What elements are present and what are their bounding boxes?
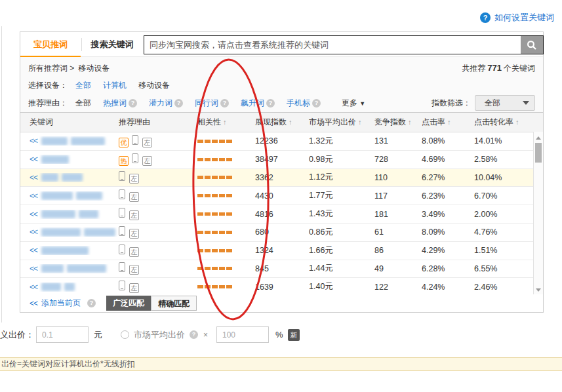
add-keyword-arrows[interactable]: << bbox=[30, 155, 37, 164]
scroll-down-icon[interactable] bbox=[536, 288, 541, 292]
metric-cell: 680 bbox=[255, 227, 309, 237]
metric-cell: 6.55% bbox=[474, 264, 531, 273]
scroll-up-icon[interactable] bbox=[536, 136, 541, 140]
relevance-bar-segment bbox=[219, 194, 225, 197]
metric-cell: 2.58% bbox=[474, 155, 531, 164]
metric-cell: 10.04% bbox=[474, 173, 531, 182]
table-row[interactable]: <<左48161.43元1813.49%2.00% bbox=[20, 205, 543, 224]
reason-option[interactable]: 飙升词? bbox=[241, 98, 275, 109]
breadcrumb-parent[interactable]: 所有推荐词 > bbox=[28, 63, 74, 74]
keyword-table: 关键词推荐理由相关性↑展现指数↑市场平均出价↑竞争指数↑点击率↑点击转化率↑ <… bbox=[20, 112, 543, 296]
reason-option[interactable]: 全部 bbox=[75, 98, 91, 109]
reason-badge: 优 bbox=[119, 138, 129, 147]
relevance-bar-segment bbox=[205, 285, 211, 288]
add-keyword-arrows[interactable]: << bbox=[30, 210, 37, 219]
add-current-page-link[interactable]: << 添加当前页 bbox=[30, 298, 81, 309]
help-circle-icon[interactable]: ? bbox=[174, 99, 183, 108]
bid-formula-notice: 出价=关键词对应计算机出价*无线折扣 bbox=[0, 357, 562, 371]
column-header[interactable]: 展现指数↑ bbox=[255, 117, 309, 128]
percent-sign: % bbox=[275, 326, 283, 343]
add-keyword-arrows[interactable]: << bbox=[30, 136, 37, 146]
market-avg-radio[interactable] bbox=[121, 330, 129, 339]
index-filter-dropdown[interactable]: 全部 bbox=[475, 95, 535, 111]
device-options: 全部计算机移动设备 bbox=[75, 80, 182, 91]
bid-amount-input[interactable] bbox=[36, 326, 89, 343]
reason-badges-cell: 左 bbox=[119, 171, 197, 184]
index-filter-label: 指数筛选： bbox=[432, 98, 471, 109]
device-option[interactable]: 移动设备 bbox=[138, 80, 170, 91]
relevance-bars bbox=[197, 194, 255, 197]
metric-cell: 845 bbox=[255, 264, 309, 273]
reason-badge: 左 bbox=[129, 247, 139, 257]
table-row[interactable]: <<左44301.77元1176.23%6.70% bbox=[20, 187, 543, 205]
relevance-bar-segment bbox=[197, 194, 203, 197]
keyword-tool-page: ? 如何设置关键词 宝贝推词 搜索关键词 所有推荐词 > 移动设备 共推荐771… bbox=[0, 0, 562, 392]
tab-item-recommend[interactable]: 宝贝推词 bbox=[20, 32, 81, 56]
metric-cell: 4.24% bbox=[422, 283, 474, 292]
percent-input[interactable] bbox=[216, 326, 269, 343]
reason-option[interactable]: 潜力词? bbox=[149, 98, 183, 109]
device-option[interactable]: 全部 bbox=[75, 80, 91, 91]
relevance-bar-segment bbox=[197, 267, 203, 270]
column-header[interactable]: 点击率↑ bbox=[422, 117, 474, 128]
new-badge: 新 bbox=[288, 329, 300, 341]
add-keyword-arrows[interactable]: << bbox=[30, 246, 37, 255]
help-circle-icon[interactable]: ? bbox=[190, 330, 198, 339]
column-header-label: 推荐理由 bbox=[119, 117, 150, 127]
scrollbar-thumb[interactable] bbox=[535, 143, 542, 163]
table-row[interactable]: <<热左384970.98元7284.69%2.58% bbox=[20, 151, 543, 169]
relevance-bar-segment bbox=[212, 158, 218, 161]
column-header[interactable]: 点击转化率↑ bbox=[474, 117, 531, 128]
table-scrollbar[interactable] bbox=[533, 132, 543, 296]
table-header-row: 关键词推荐理由相关性↑展现指数↑市场平均出价↑竞争指数↑点击率↑点击转化率↑ bbox=[20, 113, 543, 132]
table-footer: << 添加当前页 ? 广泛匹配 精确匹配 bbox=[20, 294, 543, 312]
blurred-keyword bbox=[79, 210, 98, 218]
table-row[interactable]: <<左6800.86元618.09%4.76% bbox=[20, 224, 543, 242]
column-header[interactable]: 竞争指数↑ bbox=[374, 117, 422, 128]
relevance-bar-segment bbox=[219, 140, 225, 143]
tab-search-keyword[interactable]: 搜索关键词 bbox=[82, 32, 142, 56]
reason-option[interactable]: 手机标? bbox=[287, 98, 321, 109]
table-row[interactable]: <<左13241.66元864.29%1.51% bbox=[20, 242, 543, 260]
help-circle-icon[interactable]: ? bbox=[129, 99, 137, 108]
add-keyword-arrows[interactable]: << bbox=[30, 173, 37, 182]
column-header[interactable]: 市场平均出价↑ bbox=[309, 117, 374, 128]
table-row[interactable]: <<左33621.12元1106.27%10.04% bbox=[20, 169, 543, 187]
device-option[interactable]: 计算机 bbox=[103, 80, 127, 91]
index-filter: 指数筛选： 全部 bbox=[432, 95, 535, 111]
table-row[interactable]: <<优左122361.32元1318.08%14.01% bbox=[20, 132, 543, 151]
search-button[interactable] bbox=[521, 36, 543, 54]
table-row[interactable]: <<左16391.40元1224.24%2.46% bbox=[20, 278, 543, 296]
help-circle-icon[interactable]: ? bbox=[266, 99, 275, 108]
reason-badges-cell: 左 bbox=[119, 245, 197, 257]
reason-filter-label: 推荐理由： bbox=[28, 98, 75, 109]
broad-match-button[interactable]: 广泛匹配 bbox=[106, 296, 151, 311]
relevance-bar-segment bbox=[219, 285, 225, 288]
help-circle-icon[interactable]: ? bbox=[87, 299, 96, 307]
relevance-bar-segment bbox=[226, 212, 232, 216]
add-keyword-arrows[interactable]: << bbox=[30, 191, 37, 201]
exact-match-button[interactable]: 精确匹配 bbox=[151, 296, 197, 311]
phone-icon bbox=[119, 245, 125, 254]
relevance-bar-segment bbox=[219, 158, 225, 161]
add-keyword-arrows[interactable]: << bbox=[30, 283, 37, 292]
help-circle-icon[interactable]: ? bbox=[220, 99, 229, 108]
add-keyword-arrows[interactable]: << bbox=[30, 227, 37, 237]
table-row[interactable]: <<左8451.44元496.28%6.55% bbox=[20, 260, 543, 279]
column-header[interactable]: 相关性↑ bbox=[197, 117, 255, 128]
how-to-set-keywords-link[interactable]: ? 如何设置关键词 bbox=[480, 12, 554, 24]
reason-option[interactable]: 同行词? bbox=[195, 98, 229, 109]
search-input[interactable] bbox=[144, 36, 521, 54]
filter-section: 所有推荐词 > 移动设备 共推荐771个关键词 选择设备： 全部计算机移动设备 … bbox=[20, 57, 543, 112]
reason-badge: 左 bbox=[129, 265, 139, 275]
add-keyword-arrows[interactable]: << bbox=[30, 264, 37, 273]
column-header-label: 市场平均出价 bbox=[309, 117, 356, 127]
help-circle-icon[interactable]: ? bbox=[312, 99, 321, 108]
breadcrumb-current: 移动设备 bbox=[78, 63, 110, 74]
more-filters-link[interactable]: 更多 ▼ bbox=[342, 98, 365, 109]
reason-option[interactable]: 热搜词? bbox=[103, 98, 137, 109]
relevance-bar-segment bbox=[226, 231, 232, 234]
metric-cell: 6.28% bbox=[422, 264, 474, 273]
phone-icon bbox=[132, 135, 138, 145]
reason-badge: 左 bbox=[129, 229, 139, 239]
